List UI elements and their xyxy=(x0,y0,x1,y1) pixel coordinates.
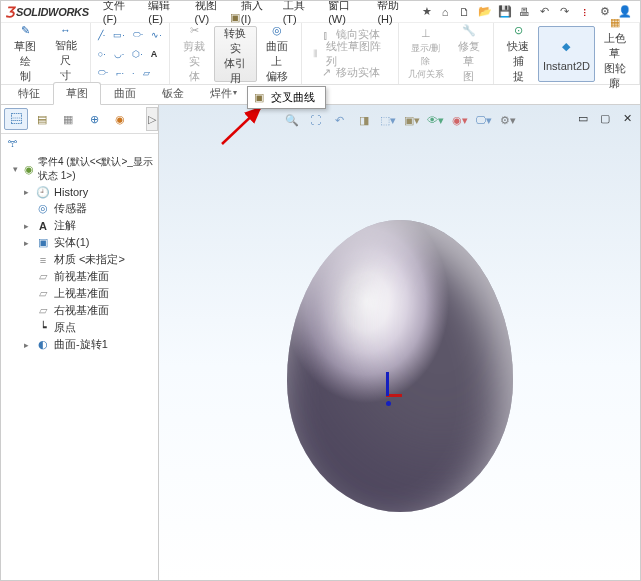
graphics-viewport[interactable]: 🔍 ⛶ ↶ ◨ ⬚▾ ▣▾ 👁▾ ◉▾ 🖵▾ ⚙▾ ▭ ▢ ✕ xyxy=(159,105,640,580)
relations-icon: ⊥ xyxy=(415,27,437,40)
tree-annotations[interactable]: ▸ A 注解 xyxy=(1,217,158,234)
display-relations-button: ⊥ 显示/删除 几何关系 xyxy=(403,26,449,82)
sketch-icon: ✎ xyxy=(14,24,36,37)
sensors-icon: ◎ xyxy=(36,202,50,216)
chevron-down-icon[interactable]: ▾ xyxy=(233,88,237,97)
minimize-icon[interactable]: ▭ xyxy=(574,109,592,127)
expand-icon[interactable]: ▸ xyxy=(21,187,32,198)
tree-history[interactable]: ▸ 🕘 History xyxy=(1,184,158,200)
panel-collapse-icon[interactable]: ▷ xyxy=(146,107,158,131)
print-icon[interactable]: 🖶 xyxy=(518,5,532,19)
circle-tool-icon[interactable]: ○· xyxy=(95,45,109,63)
tree-root[interactable]: ▾ ◉ 零件4 (默认<<默认>_显示状态 1>) xyxy=(1,154,158,184)
ellipse-tool-icon[interactable]: ⬭· xyxy=(95,64,112,82)
tree-right-plane[interactable]: ▱ 右视基准面 xyxy=(1,302,158,319)
convert-icon: ▣ xyxy=(224,11,246,24)
feature-tree-tab-icon[interactable]: ⿳ xyxy=(4,108,28,130)
feature-manager-tabs: ⿳ ▤ ▦ ⊕ ◉ xyxy=(1,105,158,134)
view-settings-icon[interactable]: ⚙▾ xyxy=(499,111,517,129)
solid-bodies-icon: ▣ xyxy=(36,236,50,250)
plane-icon: ▱ xyxy=(36,304,50,318)
part-icon: ◉ xyxy=(23,162,34,176)
collapse-icon[interactable]: ▾ xyxy=(11,164,19,175)
tree-origin[interactable]: ┕ 原点 xyxy=(1,319,158,336)
feature-tree: ▾ ◉ 零件4 (默认<<默认>_显示状态 1>) ▸ 🕘 History ◎ … xyxy=(1,152,158,580)
spline-tool-icon[interactable]: ∿· xyxy=(148,26,165,44)
undo-icon[interactable]: ↶ xyxy=(538,5,552,19)
quick-snap-button[interactable]: ⊙ 快速捕 捉 xyxy=(498,26,538,82)
apply-scene-icon[interactable]: 🖵▾ xyxy=(475,111,493,129)
tree-solid-bodies[interactable]: ▸ ▣ 实体(1) xyxy=(1,234,158,251)
arc-tool-icon[interactable]: ◡· xyxy=(111,45,128,63)
ribbon-toolbar: ✎ 草图绘 制 ↔ 智能尺 寸 ╱· ▭· ⬭· ∿· ○· ◡· ⬡· A ⬭… xyxy=(1,23,640,85)
property-manager-tab-icon[interactable]: ▤ xyxy=(30,108,54,130)
line-tool-icon[interactable]: ╱· xyxy=(95,26,109,44)
point-tool-icon[interactable]: · xyxy=(129,64,138,82)
traffic-light-icon[interactable]: ⫶ xyxy=(578,5,592,19)
previous-view-icon[interactable]: ↶ xyxy=(331,111,349,129)
expand-icon[interactable]: ▸ xyxy=(21,237,32,248)
intersect-curve-icon: ▣ xyxy=(252,91,266,105)
origin-icon: ┕ xyxy=(36,321,50,335)
fillet-tool-icon[interactable]: ⌐· xyxy=(113,64,127,82)
plane-tool-icon[interactable]: ▱ xyxy=(140,64,153,82)
tree-material[interactable]: ≡ 材质 <未指定> xyxy=(1,251,158,268)
shaded-sketch-button[interactable]: ▦ 上色草 图轮廓 xyxy=(595,26,635,82)
text-tool-icon[interactable]: A xyxy=(148,45,161,63)
tree-surface-revolve[interactable]: ▸ ◐ 曲面-旋转1 xyxy=(1,336,158,353)
polygon-tool-icon[interactable]: ⬡· xyxy=(129,45,146,63)
zoom-fit-icon[interactable]: 🔍 xyxy=(283,111,301,129)
offset-icon: ◎ xyxy=(266,24,288,37)
egg-surface-model[interactable] xyxy=(287,220,513,512)
search-icon[interactable]: ★ xyxy=(420,5,434,19)
tree-top-plane[interactable]: ▱ 上视基准面 xyxy=(1,285,158,302)
plane-icon: ▱ xyxy=(36,287,50,301)
convert-entities-button[interactable]: ▣ 转换实 体引用 ▾ xyxy=(214,26,256,82)
new-icon[interactable]: 🗋 xyxy=(458,5,472,19)
filter-icon[interactable]: 🝖 xyxy=(1,134,158,152)
origin-marker-icon xyxy=(386,401,391,406)
smart-dimension-button[interactable]: ↔ 智能尺 寸 xyxy=(45,26,85,82)
view-orientation-icon[interactable]: ⬚▾ xyxy=(379,111,397,129)
trim-entities-button: ✂ 剪裁实 体 xyxy=(174,26,214,82)
sketch-button[interactable]: ✎ 草图绘 制 xyxy=(5,26,45,82)
expand-icon[interactable]: ▸ xyxy=(21,220,32,231)
tree-sensors[interactable]: ◎ 传感器 xyxy=(1,200,158,217)
tab-sketch[interactable]: 草图 xyxy=(53,82,101,105)
model-display xyxy=(287,220,513,512)
dimxpert-tab-icon[interactable]: ⊕ xyxy=(82,108,106,130)
redo-icon[interactable]: ↷ xyxy=(558,5,572,19)
tab-surface[interactable]: 曲面 xyxy=(101,82,149,104)
linear-pattern-button: ⦀线性草图阵列 xyxy=(306,45,394,63)
instant2d-button[interactable]: ◆ Instant2D xyxy=(538,26,594,82)
display-style-icon[interactable]: ▣▾ xyxy=(403,111,421,129)
viewport-window-controls: ▭ ▢ ✕ xyxy=(574,109,636,127)
svg-line-0 xyxy=(222,108,260,144)
tab-sheet-metal[interactable]: 钣金 xyxy=(149,82,197,104)
close-icon[interactable]: ✕ xyxy=(618,109,636,127)
edit-appearance-icon[interactable]: ◉▾ xyxy=(451,111,469,129)
tree-front-plane[interactable]: ▱ 前视基准面 xyxy=(1,268,158,285)
save-icon[interactable]: 💾 xyxy=(498,5,512,19)
hide-show-icon[interactable]: 👁▾ xyxy=(427,111,445,129)
rect-tool-icon[interactable]: ▭· xyxy=(110,26,128,44)
offset-on-surface-button[interactable]: ◎ 曲面上 偏移 xyxy=(257,26,297,82)
section-view-icon[interactable]: ◨ xyxy=(355,111,373,129)
display-manager-tab-icon[interactable]: ◉ xyxy=(108,108,132,130)
configuration-manager-tab-icon[interactable]: ▦ xyxy=(56,108,80,130)
history-icon: 🕘 xyxy=(36,185,50,199)
home-icon[interactable]: ⌂ xyxy=(438,5,452,19)
instant2d-icon: ◆ xyxy=(555,36,577,58)
slot-tool-icon[interactable]: ⬭· xyxy=(130,26,147,44)
expand-icon[interactable]: ▸ xyxy=(21,339,32,350)
open-icon[interactable]: 📂 xyxy=(478,5,492,19)
dimension-icon: ↔ xyxy=(55,24,77,36)
logo-ds-icon: Ӡ xyxy=(5,4,14,20)
maximize-icon[interactable]: ▢ xyxy=(596,109,614,127)
feature-manager-panel: ⿳ ▤ ▦ ⊕ ◉ ▷ 🝖 ▾ ◉ 零件4 (默认<<默认>_显示状态 1>) … xyxy=(1,105,159,580)
app-name: SOLIDWORKS xyxy=(16,6,89,18)
tab-feature[interactable]: 特征 xyxy=(5,82,53,104)
material-icon: ≡ xyxy=(36,253,50,267)
zoom-area-icon[interactable]: ⛶ xyxy=(307,111,325,129)
convert-entities-dropdown[interactable]: ▣ 交叉曲线 xyxy=(247,86,326,109)
